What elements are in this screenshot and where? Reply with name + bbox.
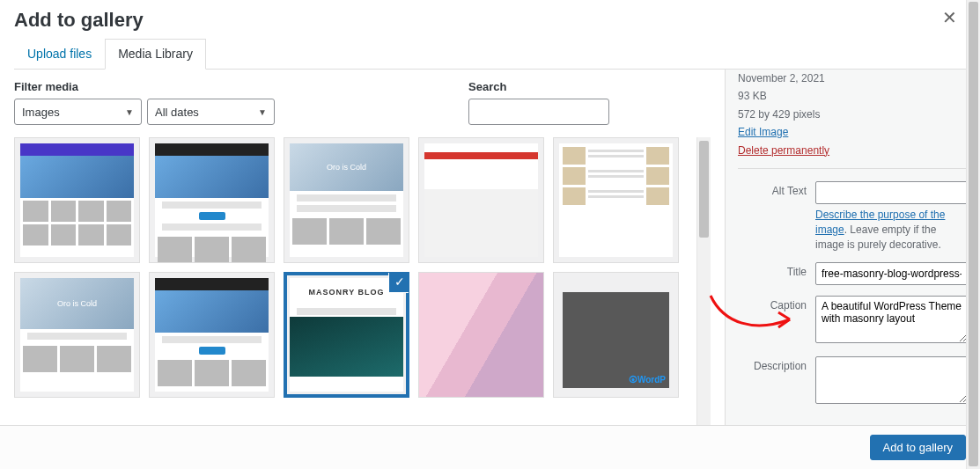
media-grid: Oro is Cold Oro is Cold [14,137,711,398]
tab-upload-files[interactable]: Upload files [14,39,105,69]
media-thumb[interactable]: ⦿WordP [553,272,679,398]
media-thumb[interactable] [149,272,275,398]
attachment-dimensions: 572 by 429 pixels [738,106,968,123]
attachment-size: 93 KB [738,87,968,105]
edit-image-link[interactable]: Edit Image [738,126,788,138]
filter-date-value: All dates [155,106,199,119]
chevron-down-icon: ▼ [258,107,267,117]
description-textarea[interactable] [815,356,968,404]
chevron-down-icon: ▼ [125,107,134,117]
media-thumb[interactable] [149,137,275,263]
close-icon[interactable]: ✕ [942,7,957,28]
alt-text-help: Describe the purpose of the image. Leave… [815,208,968,252]
alt-text-input[interactable] [815,181,968,204]
media-thumb[interactable] [418,137,544,263]
title-input[interactable] [815,262,968,285]
page-scrollbar[interactable] [966,0,980,469]
search-label: Search [468,80,609,93]
modal-title: Add to gallery [14,9,966,32]
filter-media-label: Filter media [14,80,275,93]
check-icon: ✓ [389,272,409,292]
description-label: Description [738,356,807,372]
modal-footer: Add to gallery [0,425,980,469]
search-input[interactable] [468,99,609,125]
tabs: Upload files Media Library [14,39,966,70]
attachment-date: November 2, 2021 [738,70,968,87]
media-thumb[interactable] [553,137,679,263]
media-thumb[interactable]: Oro is Cold [14,272,140,398]
media-thumb[interactable]: Oro is Cold [284,137,409,263]
caption-textarea[interactable]: A beautiful WordPress Theme with masonry… [815,296,968,343]
media-thumb[interactable] [418,272,544,398]
filter-type-select[interactable]: Images ▼ [14,99,142,125]
delete-permanently-link[interactable]: Delete permanently [738,144,829,157]
media-thumb-selected[interactable]: MASONRY BLOG ✓ [284,272,409,398]
grid-scrollbar[interactable] [696,137,711,425]
alt-text-label: Alt Text [738,181,807,197]
media-thumb[interactable] [14,137,140,263]
tab-media-library[interactable]: Media Library [105,39,206,70]
filter-date-select[interactable]: All dates ▼ [147,99,275,125]
attachment-details: November 2, 2021 93 KB 572 by 429 pixels… [725,70,980,425]
filter-type-value: Images [22,106,60,119]
title-label: Title [738,262,807,278]
add-to-gallery-button[interactable]: Add to gallery [870,435,967,460]
caption-label: Caption [738,296,807,311]
